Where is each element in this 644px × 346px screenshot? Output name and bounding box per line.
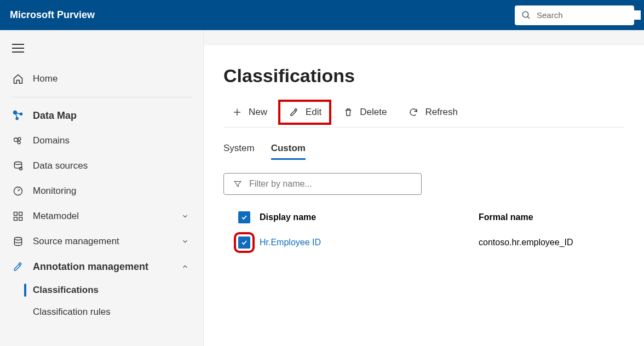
row-display-name[interactable]: Hr.Employee ID	[260, 238, 479, 247]
sidebar-sub-classifications[interactable]: Classifications	[26, 279, 203, 301]
delete-button[interactable]: Delete	[335, 102, 394, 123]
filter-input[interactable]	[249, 179, 413, 189]
main-content: Classifications New Edit Delete Refresh …	[204, 45, 644, 346]
svg-point-5	[13, 111, 17, 114]
sidebar-item-data-sources[interactable]: Data sources	[0, 153, 203, 178]
app-header: Microsoft Purview	[0, 0, 644, 30]
sidebar-item-annotation-management[interactable]: Annotation management	[0, 254, 203, 279]
sidebar-item-home[interactable]: Home	[0, 66, 203, 91]
home-icon	[12, 73, 24, 85]
button-label: New	[249, 107, 267, 118]
new-button[interactable]: New	[223, 102, 275, 123]
divider	[12, 97, 191, 97]
toolbar: New Edit Delete Refresh	[223, 102, 624, 128]
page-title: Classifications	[223, 65, 624, 86]
sidebar-item-label: Metamodel	[33, 211, 79, 222]
delete-icon	[342, 106, 354, 118]
svg-point-20	[14, 238, 21, 240]
sidebar-group-label: Data Map	[33, 110, 77, 122]
table-row: Hr.Employee ID contoso.hr.employee_ID	[223, 230, 624, 255]
sidebar-group-data-map[interactable]: Data Map	[0, 103, 203, 128]
tab-system[interactable]: System	[223, 139, 255, 160]
svg-point-12	[18, 141, 20, 144]
source-management-icon	[12, 235, 24, 247]
row-formal-name: contoso.hr.employee_ID	[479, 238, 619, 247]
edit-icon	[288, 106, 300, 118]
search-box[interactable]	[515, 5, 634, 25]
svg-line-8	[15, 113, 17, 117]
annotation-icon	[12, 261, 24, 273]
svg-rect-18	[14, 217, 18, 221]
tabs: System Custom	[223, 139, 624, 160]
sidebar-item-source-management[interactable]: Source management	[0, 229, 203, 254]
chevron-up-icon	[179, 261, 191, 273]
chevron-down-icon	[179, 235, 191, 247]
svg-line-1	[527, 16, 530, 19]
refresh-icon	[407, 106, 419, 118]
menu-toggle[interactable]	[0, 40, 203, 66]
svg-point-13	[14, 162, 21, 165]
select-all-checkbox[interactable]	[238, 211, 250, 223]
app-title: Microsoft Purview	[10, 9, 95, 21]
search-icon	[521, 9, 531, 21]
metamodel-icon	[12, 210, 24, 222]
button-label: Delete	[360, 107, 387, 118]
search-input[interactable]	[537, 10, 641, 20]
domains-icon	[12, 135, 24, 147]
sidebar-item-label: Source management	[33, 236, 119, 247]
data-map-icon	[12, 109, 24, 122]
filter-box[interactable]	[223, 173, 422, 195]
svg-rect-16	[14, 212, 18, 216]
sub-item-label: Classification rules	[33, 307, 111, 317]
svg-point-11	[18, 137, 21, 140]
monitoring-icon	[12, 185, 24, 197]
svg-point-10	[14, 138, 18, 142]
sidebar: Home Data Map Domains Data sources Monit…	[0, 30, 204, 346]
button-label: Refresh	[425, 107, 458, 118]
svg-point-0	[522, 11, 528, 18]
sidebar-item-label: Domains	[33, 135, 70, 146]
sidebar-item-label: Monitoring	[33, 186, 76, 197]
sidebar-item-label: Data sources	[33, 160, 88, 171]
column-header-display-name[interactable]: Display name	[260, 212, 479, 222]
refresh-button[interactable]: Refresh	[400, 102, 465, 123]
chevron-down-icon	[179, 210, 191, 222]
sidebar-item-metamodel[interactable]: Metamodel	[0, 204, 203, 229]
button-label: Edit	[306, 107, 321, 118]
svg-rect-17	[19, 212, 22, 216]
sidebar-item-monitoring[interactable]: Monitoring	[0, 178, 203, 204]
sidebar-item-domains[interactable]: Domains	[0, 128, 203, 153]
svg-rect-19	[19, 217, 22, 221]
classifications-table: Display name Formal name Hr.Employee ID …	[223, 205, 624, 255]
column-header-formal-name[interactable]: Formal name	[479, 212, 619, 222]
sidebar-item-label: Annotation management	[33, 261, 148, 273]
plus-icon	[231, 106, 243, 118]
tab-custom[interactable]: Custom	[271, 139, 306, 160]
sidebar-item-label: Home	[33, 73, 58, 84]
filter-icon	[232, 178, 244, 190]
row-checkbox[interactable]	[238, 237, 250, 249]
table-header-row: Display name Formal name	[223, 205, 624, 230]
sub-item-label: Classifications	[33, 285, 99, 295]
sidebar-sub-classification-rules[interactable]: Classification rules	[26, 301, 203, 323]
svg-line-9	[16, 113, 20, 114]
edit-button[interactable]: Edit	[280, 102, 329, 123]
data-sources-icon	[12, 160, 24, 172]
